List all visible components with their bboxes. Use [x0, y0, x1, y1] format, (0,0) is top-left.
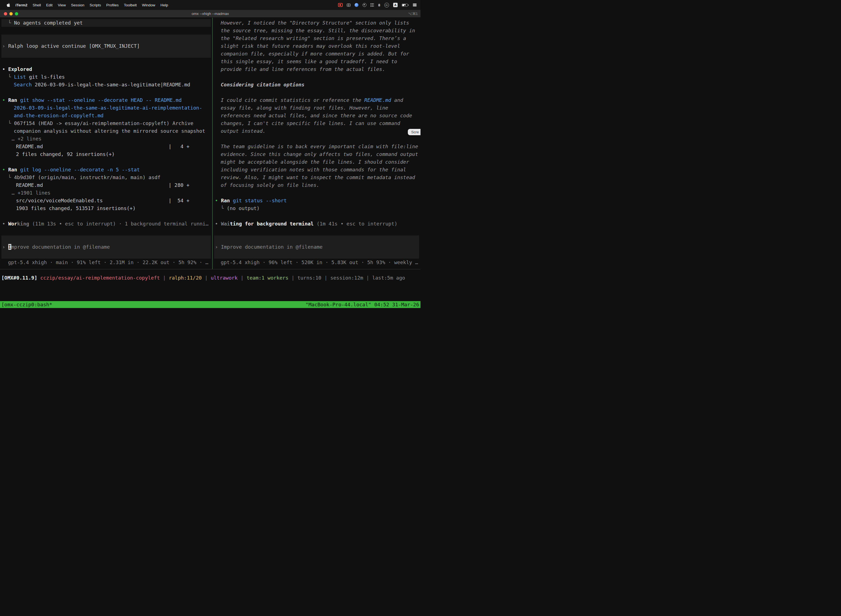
tmux-status-bar: [omx-cczip0:bash* "MacBook-Pro-44.local"…	[0, 301, 420, 308]
battery-tip	[408, 4, 409, 6]
menu-item-window[interactable]: Window	[142, 3, 155, 7]
menu-item-help[interactable]: Help	[160, 3, 168, 7]
menu-item-profiles[interactable]: Profiles	[106, 3, 119, 7]
terminal-line: However, I noticed the "Directory Struct…	[213, 19, 420, 27]
terminal-line	[1, 35, 211, 42]
menu-bar-status-icons: 8 61 A	[338, 3, 420, 7]
menu-bar-left: iTerm2ShellEditViewSessionScriptsProfile…	[0, 3, 168, 7]
terminal-panes: └ No agents completed yet› Ralph loop ac…	[0, 18, 420, 269]
blue-app-icon[interactable]	[355, 3, 358, 7]
terminal-line	[214, 251, 419, 259]
terminal-line	[0, 89, 212, 96]
terminal-line: README.md | 280 +	[0, 181, 212, 189]
terminal-line: slight risk that future readers may over…	[213, 42, 420, 50]
input-source-icon[interactable]: A	[393, 3, 398, 7]
terminal-line: companion file, especially if more comme…	[213, 50, 420, 58]
terminal-line: 1903 files changed, 513517 insertions(+)	[0, 204, 212, 212]
terminal-line: • Working (11m 13s • esc to interrupt) ·…	[0, 220, 212, 228]
terminal-line: essay file, along with finding root file…	[213, 104, 420, 112]
menu-item-toolbelt[interactable]: Toolbelt	[124, 3, 137, 7]
tab-shortcut-label: ⌥⌘1	[408, 10, 418, 18]
terminal-line: • Ran git log --oneline --decorate -n 5 …	[0, 166, 212, 174]
terminal-line: • Ran git status --short	[213, 197, 420, 204]
dots-grid-icon[interactable]	[371, 3, 374, 7]
terminal-line: • Ran git show --stat --oneline --decora…	[0, 96, 212, 104]
terminal-line: of focusing solely on file lines.	[213, 181, 420, 189]
terminal-line: this single essay, it seems like a good …	[213, 58, 420, 65]
menu-items: iTerm2ShellEditViewSessionScriptsProfile…	[15, 3, 168, 7]
tmux-session-label: [omx-cczip0:bash*	[1, 301, 52, 308]
terminal-line	[1, 251, 211, 259]
right-agent-pane[interactable]: However, I noticed the "Directory Struct…	[213, 18, 420, 269]
terminal-line: 2026-03-09-is-legal-the-same-as-legitima…	[0, 104, 212, 112]
terminal-line: … +2 lines	[0, 135, 212, 143]
terminal-line: companion analysis without altering the …	[0, 127, 212, 135]
dark-app-icon[interactable]	[363, 3, 366, 7]
terminal-line	[213, 212, 420, 220]
terminal-line: 2 files changed, 92 insertions(+)	[0, 150, 212, 158]
terminal-line: gpt-5.4 xhigh · 96% left · 520K in · 5.8…	[213, 259, 420, 266]
menu-item-iterm2[interactable]: iTerm2	[15, 3, 27, 7]
terminal-line: review. Also, I might want to inspect th…	[213, 174, 420, 181]
terminal-line: The team guideline is to back every impo…	[213, 143, 420, 150]
terminal-line: including verification notes with those …	[213, 166, 420, 174]
menu-bar: iTerm2ShellEditViewSessionScriptsProfile…	[0, 0, 420, 10]
prompt-input[interactable]: › Improve documentation in @filename	[1, 243, 211, 251]
terminal-line: └ No agents completed yet	[1, 19, 211, 27]
terminal-line: Search 2026-03-09-is-legal-the-same-as-l…	[0, 81, 212, 89]
terminal-line: [OMX#0.11.9] cczip/essay/ai-reimplementa…	[0, 274, 420, 282]
terminal-line: • Waiting for background terminal (1m 41…	[213, 220, 420, 228]
terminal-line: Considering citation options	[213, 81, 420, 89]
terminal-line: └ 4b9d30f (origin/main, instructkr/main,…	[0, 174, 212, 181]
terminal-line: the "Related research writing" section i…	[213, 35, 420, 42]
window-grid-icon[interactable]	[347, 4, 350, 7]
menu-item-scripts[interactable]: Scripts	[90, 3, 101, 7]
prompt-input[interactable]: › Improve documentation in @filename	[214, 243, 419, 251]
terminal-line: src/voice/voiceModeEnabled.ts | 54 +	[0, 197, 212, 204]
terminal-line	[213, 135, 420, 143]
terminal-line	[213, 89, 420, 96]
menu-item-session[interactable]: Session	[71, 3, 84, 7]
terminal-line: └ 067f154 (HEAD -> essay/ai-reimplementa…	[0, 119, 212, 127]
tmux-host-time-label: "MacBook-Pro-44.local" 04:52 31-Mar-26	[305, 301, 419, 308]
screen: iTerm2ShellEditViewSessionScriptsProfile…	[0, 0, 420, 308]
terminal-line: provide file and line references from th…	[213, 65, 420, 73]
terminal-line	[214, 235, 419, 243]
terminal-line	[1, 235, 211, 243]
omx-status-bar: [OMX#0.11.9] cczip/essay/ai-reimplementa…	[0, 274, 420, 282]
screen-overlay-chip[interactable]: Scre	[408, 129, 420, 135]
terminal-line: └ List git ls-files	[0, 73, 212, 81]
menu-item-view[interactable]: View	[58, 3, 66, 7]
terminal-line: • Explored	[0, 65, 212, 73]
terminal-line	[1, 50, 211, 58]
terminal-line: └ (no output)	[213, 204, 420, 212]
menu-item-edit[interactable]: Edit	[46, 3, 53, 7]
terminal-line	[0, 58, 212, 65]
terminal-line: › Ralph loop active continue [OMX_TMUX_I…	[1, 42, 211, 50]
figure8-app-icon[interactable]: 8	[378, 3, 380, 7]
left-agent-pane[interactable]: └ No agents completed yet› Ralph loop ac…	[0, 18, 212, 269]
screen-recording-indicator-icon[interactable]	[338, 3, 343, 7]
terminal-line	[213, 189, 420, 197]
terminal-line: and-the-erosion-of-copyleft.md	[0, 112, 212, 119]
terminal-line: I could cite commit statistics or refere…	[213, 96, 420, 104]
terminal-line: output instead.	[213, 127, 420, 135]
gauge-icon[interactable]: 61	[384, 3, 389, 7]
terminal-line: references need actual files, and since …	[213, 112, 420, 119]
window-title: omx --xhigh --madmax	[0, 10, 420, 18]
control-center-icon[interactable]	[413, 4, 417, 6]
terminal-line: README.md | 4 +	[0, 143, 212, 150]
terminal-line	[213, 73, 420, 81]
terminal-line: changes, I can't cite specific file line…	[213, 119, 420, 127]
terminal-line: gpt-5.4 xhigh · main · 91% left · 2.31M …	[0, 259, 212, 266]
apple-menu-icon[interactable]	[7, 3, 10, 7]
terminal-line	[213, 228, 420, 235]
battery-icon[interactable]	[402, 4, 408, 7]
menu-item-shell[interactable]: Shell	[32, 3, 41, 7]
terminal-line: the source tree, missing the essay. Stil…	[213, 27, 420, 35]
terminal-line	[0, 27, 212, 35]
terminal-line: evidence. Since this change only affects…	[213, 150, 420, 158]
terminal-line	[0, 212, 212, 220]
terminal-line	[0, 158, 212, 166]
terminal-line: might be acceptable alongside the file l…	[213, 158, 420, 166]
